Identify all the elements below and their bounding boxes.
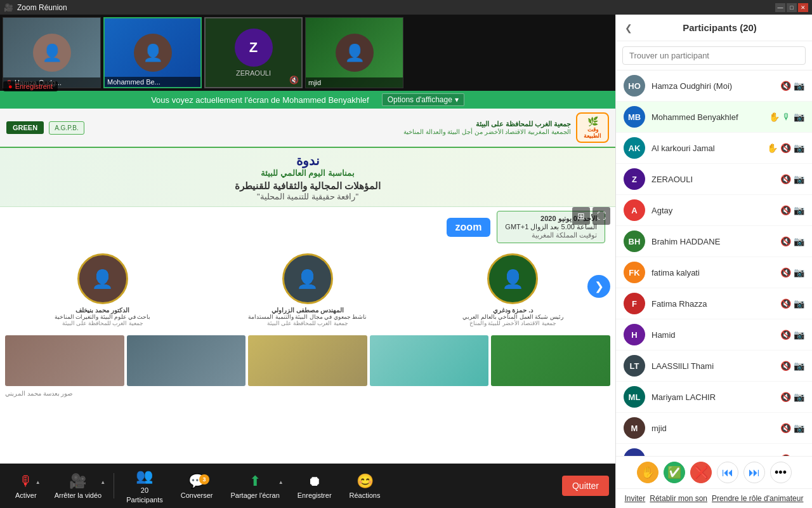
host-role-link[interactable]: Prendre le rôle d'animateur [712, 494, 803, 503]
nav-arrow[interactable]: ❯ [587, 275, 610, 298]
titlebar-left: 🎥 Zoom Réunion [4, 3, 67, 12]
cam-muted-icon-9: 📷 [794, 361, 804, 371]
avatar-mariyam: ML [624, 386, 645, 408]
icons-hamid: 🔇 📷 [780, 330, 804, 340]
participant-mjid: M mjid 🔇 📷 [616, 413, 812, 444]
mic-label: Activer [15, 491, 37, 499]
slide-title-main: ندوة [10, 153, 605, 168]
no-button[interactable]: ❌ [690, 462, 712, 483]
speaker-photo-1: 👤 [77, 253, 128, 304]
name-laassiili: LAASSlILl Thami [652, 361, 774, 371]
cam-muted-icon-4: 📷 [794, 205, 804, 215]
restore-audio-link[interactable]: Rétablir mon son [650, 494, 707, 503]
participants-count-label: 20 [141, 486, 148, 494]
quit-button[interactable]: Quitter [562, 476, 609, 496]
speaker-photo-2: 👤 [282, 253, 333, 304]
notification-bar: Vous voyez actuellement l'écran de Moham… [0, 91, 615, 109]
view-controls: ⊞ ⛶ [572, 207, 610, 225]
nature-logo: 🌿 وقتالطبيعة [576, 112, 609, 143]
zeraouli-avatar: Z [235, 29, 273, 67]
mic-button[interactable]: 🎙 Activer ▲ [6, 473, 46, 499]
mosaic-img-4 [370, 335, 489, 386]
toolbar: 🎙 Activer ▲ 🎥 Arrêter la vidéo ▲ 👥 20 Pa… [0, 464, 615, 508]
mic-muted-icon-2: 🔇 [780, 143, 791, 153]
minimize-button[interactable]: — [775, 3, 785, 12]
participant-agtay: A Agtay 🔇 📷 [616, 195, 812, 226]
mic-muted-icon-11: 🔇 [780, 423, 791, 433]
name-fatimar: Fatima Rhazza [652, 299, 774, 309]
search-input[interactable] [622, 46, 806, 65]
participant-zeraouli: Z ZERAOULI 🔇 📷 [616, 164, 812, 195]
cam-muted-icon-10: 📷 [794, 392, 804, 402]
chat-button[interactable]: 💬 3 Converser [172, 473, 222, 499]
fullscreen-button[interactable]: ⛶ [593, 207, 610, 225]
icons-laassiili: 🔇 📷 [780, 361, 804, 371]
name-hamid: Hamid [652, 330, 774, 340]
maximize-button[interactable]: □ [787, 3, 797, 12]
yes-button[interactable]: ✅ [664, 462, 685, 483]
agpb-logo: A.G.P.B. [49, 121, 84, 135]
speaker-name-2: المهندس مصطفى الزراولي ناشط جمعوي في مجا… [248, 307, 367, 326]
chat-badge: 3 [199, 474, 209, 485]
reactions-button[interactable]: 😊 Réactions [341, 473, 390, 499]
share-screen-button[interactable]: ⬆ Partager l'écran ▲ [221, 473, 288, 499]
faster-button[interactable]: ⏭ [743, 462, 765, 483]
mic-icon: 🎙 [19, 473, 33, 490]
mic-muted-icon-8: 🔇 [780, 330, 791, 340]
name-mjid: mjid [652, 424, 774, 433]
display-options-button[interactable]: Options d'affichage ▾ [382, 93, 464, 106]
close-button[interactable]: ✕ [798, 3, 808, 12]
thumb-name-zeraouli: ZERAOULI [236, 69, 271, 77]
thumbnail-mohammed: 👤 Mohammed Be... [103, 17, 202, 88]
cam-muted-icon-2: 📷 [794, 143, 804, 153]
mic-active-icon: 🎙 [782, 112, 791, 122]
invite-link[interactable]: Inviter [625, 494, 646, 503]
name-hamza: Hamza Oudghiri (Moi) [652, 81, 774, 91]
video-icon: 🎥 [69, 473, 86, 490]
mosaic-img-2 [127, 335, 246, 386]
participants-icon: 👥 [136, 468, 153, 485]
participant-brahim: BH Brahim HADDANE 🔇 📷 [616, 226, 812, 257]
speaker-name-3: د. حمزة ودغري رئيس شبكة العمل المناخي با… [462, 307, 563, 326]
mic-muted-icon-9: 🔇 [780, 361, 791, 371]
notification-text: Vous voyez actuellement l'écran de Moham… [151, 95, 369, 105]
view-grid-button[interactable]: ⊞ [572, 207, 590, 225]
speaker-2: 👤 المهندس مصطفى الزراولي ناشط جمعوي في م… [215, 253, 400, 326]
avatar-brahim: BH [624, 231, 645, 252]
icons-mariyam: 🔇 📷 [780, 392, 804, 402]
participants-label: Participants [126, 496, 162, 504]
app-icon: 🎥 [4, 3, 13, 12]
panel-collapse-chevron[interactable]: ❮ [625, 23, 632, 33]
icons-zeraouli: 🔇 📷 [780, 174, 804, 184]
app-title: Zoom Réunion [17, 3, 67, 12]
share-icon: ⬆ [249, 473, 261, 490]
name-fatimak: fatima kalyati [652, 268, 774, 277]
slower-button[interactable]: ⏮ [717, 462, 738, 483]
avatar-mjid: M [624, 417, 645, 439]
speaker-photo-3: 👤 [487, 253, 538, 304]
slide-title-sub: بمناسبة اليوم العالمي للبيئة [10, 168, 605, 178]
icons-mjid: 🔇 📷 [780, 423, 804, 433]
record-button[interactable]: ⏺ Enregistrer [289, 473, 341, 499]
speakers-row: 👤 الدكتور محمد بنيخلف باحث في علوم البيئ… [0, 253, 615, 326]
mic-muted-icon: 🔇 [780, 81, 791, 91]
thumb-name-mohammed: Mohammed Be... [105, 77, 200, 87]
main-container: 👤 🎙 Hamza Oudg... 👤 Mohammed Be... Z [0, 15, 812, 508]
toolbar-sep-1 [114, 473, 114, 498]
thumbnails-bar: 👤 🎙 Hamza Oudg... 👤 Mohammed Be... Z [0, 15, 615, 91]
panel-reactions: ✋ ✅ ❌ ⏮ ⏭ ••• [616, 456, 812, 488]
avatar-zeraouli: Z [624, 168, 645, 190]
raise-hand-button[interactable]: ✋ [637, 462, 658, 483]
video-button[interactable]: 🎥 Arrêter la vidéo ▲ [46, 473, 111, 499]
hand-raised-icon-2: ✋ [767, 143, 778, 153]
participant-alkarkouri: AK Al karkouri Jamal ✋ 🔇 📷 [616, 133, 812, 164]
participant-fatimar: F Fatima Rhazza 🔇 📷 [616, 288, 812, 319]
mic-caret: ▲ [36, 479, 41, 485]
speaker-name-1: الدكتور محمد بنيخلف باحث في علوم البيئة … [55, 307, 151, 326]
more-reactions-button[interactable]: ••• [770, 462, 792, 483]
speaker-1: 👤 الدكتور محمد بنيخلف باحث في علوم البيئ… [10, 253, 195, 326]
org-header: جمعية الغرب للمحافظة على البيئة الجمعية … [89, 120, 571, 135]
mic-muted-icon-6: 🔇 [780, 267, 791, 277]
participants-button[interactable]: 👥 20 Participants [117, 468, 171, 504]
panel-bottom-actions: Inviter Rétablir mon son Prendre le rôle… [616, 488, 812, 508]
